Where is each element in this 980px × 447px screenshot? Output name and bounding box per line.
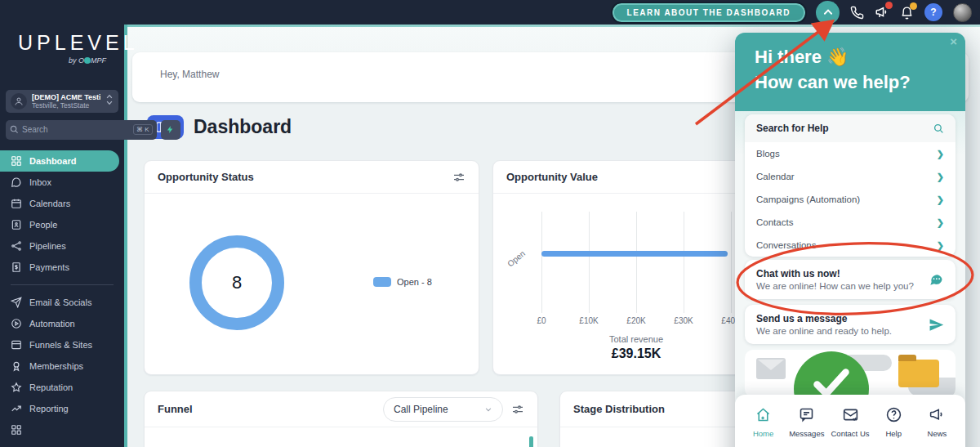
star-icon bbox=[11, 382, 22, 393]
dashboard-icon bbox=[11, 155, 22, 167]
page-title: Dashboard bbox=[194, 116, 292, 138]
help-topic-conversations[interactable]: Conversations ❯ bbox=[745, 234, 956, 257]
sidebar-item-email-socials[interactable]: Email & Socials bbox=[0, 292, 119, 313]
chat-card-subtitle: We are online! How can we help you? bbox=[756, 281, 921, 291]
bar-open[interactable] bbox=[541, 251, 728, 257]
calendar-icon bbox=[11, 198, 22, 209]
contacts-icon bbox=[11, 219, 22, 230]
gridline bbox=[589, 212, 590, 313]
donut-center-value: 8 bbox=[232, 272, 242, 293]
megaphone-icon bbox=[929, 406, 946, 423]
send-icon bbox=[929, 317, 944, 333]
sidebar-divider bbox=[11, 284, 114, 285]
search-icon bbox=[10, 125, 19, 134]
card-settings-button[interactable] bbox=[511, 403, 524, 416]
notifications-button[interactable] bbox=[900, 6, 914, 20]
sidebar-search[interactable]: ⌘ K bbox=[6, 120, 157, 140]
folder-illustration bbox=[898, 360, 939, 387]
sidebar-item-memberships[interactable]: Memberships bbox=[0, 355, 119, 377]
sidebar-item-funnels-sites[interactable]: Funnels & Sites bbox=[0, 334, 119, 355]
mail-icon bbox=[842, 406, 859, 423]
y-axis-label: Open bbox=[506, 248, 527, 268]
sidebar-nav: Dashboard Inbox Calendars People Pipelin… bbox=[0, 150, 124, 440]
help-search-card: Search for Help Blogs ❯ Calendar ❯ Campa… bbox=[745, 114, 956, 257]
trending-up-icon bbox=[11, 403, 22, 414]
sidebar-item-payments[interactable]: Payments bbox=[0, 257, 119, 278]
send-card-title: Send us a message bbox=[756, 313, 922, 324]
widget-nav-contact-us[interactable]: Contact Us bbox=[828, 406, 871, 447]
learn-dashboard-button[interactable]: LEARN ABOUT THE DASHBOARD bbox=[612, 3, 805, 22]
logo: UPLEVEL by OMPF bbox=[0, 0, 124, 65]
total-revenue-value: £39.15K bbox=[541, 346, 731, 361]
card-settings-button[interactable] bbox=[452, 171, 466, 184]
x-tick: £20K bbox=[626, 316, 645, 325]
logo-text: UPLEVEL bbox=[18, 31, 109, 55]
help-widget: Hi there 👋 How can we help? × Search for… bbox=[735, 33, 965, 447]
sidebar-item-pipelines[interactable]: Pipelines bbox=[0, 235, 119, 257]
widget-nav-home[interactable]: Home bbox=[742, 406, 785, 447]
chevron-right-icon: ❯ bbox=[937, 240, 944, 251]
help-topic-campaigns[interactable]: Campaigns (Automation) ❯ bbox=[745, 188, 956, 211]
widget-nav-messages[interactable]: Messages bbox=[785, 406, 828, 447]
send-message-card[interactable]: Send us a message We are online and read… bbox=[745, 305, 956, 344]
chat-dots-icon bbox=[928, 271, 944, 288]
widget-nav-news[interactable]: News bbox=[915, 406, 959, 447]
sidebar-item-automation[interactable]: Automation bbox=[0, 313, 119, 334]
announcements-button[interactable] bbox=[875, 5, 889, 20]
help-button[interactable]: ? bbox=[924, 3, 942, 21]
close-icon[interactable]: × bbox=[950, 34, 957, 48]
x-tick: £10K bbox=[579, 316, 598, 325]
chevron-right-icon: ❯ bbox=[937, 149, 944, 159]
account-switcher[interactable]: [DEMO] ACME Testi... Testville, TestStat… bbox=[6, 90, 118, 113]
help-topic-contacts[interactable]: Contacts ❯ bbox=[745, 211, 956, 234]
chevron-right-icon: ❯ bbox=[937, 172, 944, 182]
sliders-icon bbox=[511, 403, 524, 416]
x-tick: £30K bbox=[674, 316, 693, 325]
legend-label: Open - 8 bbox=[397, 277, 432, 287]
sidebar-item-reputation[interactable]: Reputation bbox=[0, 377, 119, 398]
user-avatar[interactable] bbox=[953, 3, 972, 22]
funnel-title: Funnel bbox=[158, 403, 375, 415]
announcement-badge bbox=[885, 2, 893, 9]
opportunity-status-card: Opportunity Status 8 Open - 8 bbox=[144, 160, 479, 375]
content-top-border bbox=[127, 25, 980, 27]
total-revenue-label: Total revenue bbox=[541, 334, 731, 344]
sidebar-item-inbox[interactable]: Inbox bbox=[0, 172, 119, 193]
gridline bbox=[684, 212, 684, 313]
funnel-card: Funnel Call Pipeline bbox=[144, 391, 538, 447]
widget-nav: Home Messages Contact Us Help News bbox=[735, 395, 965, 447]
chevron-up-icon bbox=[822, 7, 834, 18]
help-topic-calendar[interactable]: Calendar ❯ bbox=[745, 165, 956, 188]
sidebar-item-partial[interactable] bbox=[0, 419, 119, 440]
phone-button[interactable] bbox=[850, 6, 864, 20]
top-header: LEARN ABOUT THE DASHBOARD ? bbox=[124, 0, 980, 25]
help-topic-blogs[interactable]: Blogs ❯ bbox=[745, 142, 956, 165]
opportunity-status-title: Opportunity Status bbox=[158, 171, 452, 183]
chevron-down-icon bbox=[484, 405, 492, 413]
search-input[interactable] bbox=[22, 125, 130, 134]
quick-actions-button[interactable] bbox=[161, 120, 180, 140]
sidebar-item-dashboard[interactable]: Dashboard bbox=[0, 150, 119, 172]
payments-icon bbox=[11, 261, 22, 273]
help-search[interactable]: Search for Help bbox=[745, 114, 956, 142]
search-icon bbox=[933, 123, 944, 134]
help-circle-icon bbox=[885, 406, 902, 423]
help-search-label: Search for Help bbox=[756, 123, 933, 134]
collapse-help-button[interactable] bbox=[816, 1, 840, 25]
sliders-icon bbox=[452, 171, 466, 184]
phone-icon bbox=[850, 6, 864, 20]
sidebar-item-reporting[interactable]: Reporting bbox=[0, 398, 119, 419]
widget-nav-help[interactable]: Help bbox=[872, 406, 915, 447]
account-avatar-icon bbox=[11, 93, 27, 110]
chat-with-us-card[interactable]: Chat with us now! We are online! How can… bbox=[745, 260, 956, 299]
legend-swatch bbox=[373, 277, 391, 287]
sidebar-item-calendars[interactable]: Calendars bbox=[0, 193, 119, 214]
widget-greeting-line2: How can we help? bbox=[755, 69, 965, 95]
sidebar-item-people[interactable]: People bbox=[0, 214, 119, 235]
chart-legend[interactable]: Open - 8 bbox=[373, 277, 432, 287]
x-tick: £0 bbox=[537, 316, 546, 325]
chevron-right-icon: ❯ bbox=[937, 194, 944, 205]
funnel-pipeline-select[interactable]: Call Pipeline bbox=[383, 397, 503, 422]
pipelines-icon bbox=[11, 240, 22, 252]
search-shortcut-badge: ⌘ K bbox=[133, 124, 153, 135]
